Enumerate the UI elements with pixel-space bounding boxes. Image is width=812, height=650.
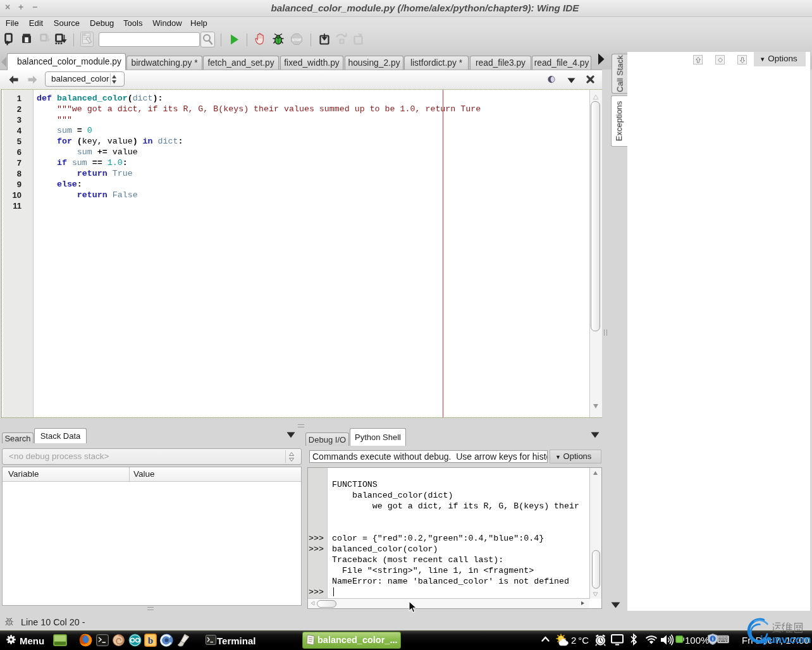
svg-text:STOP: STOP [292, 38, 302, 42]
svg-text:i: i [712, 636, 713, 642]
svg-text:iyunv.com: iyunv.com [760, 634, 811, 645]
svg-text:b: b [148, 635, 153, 646]
